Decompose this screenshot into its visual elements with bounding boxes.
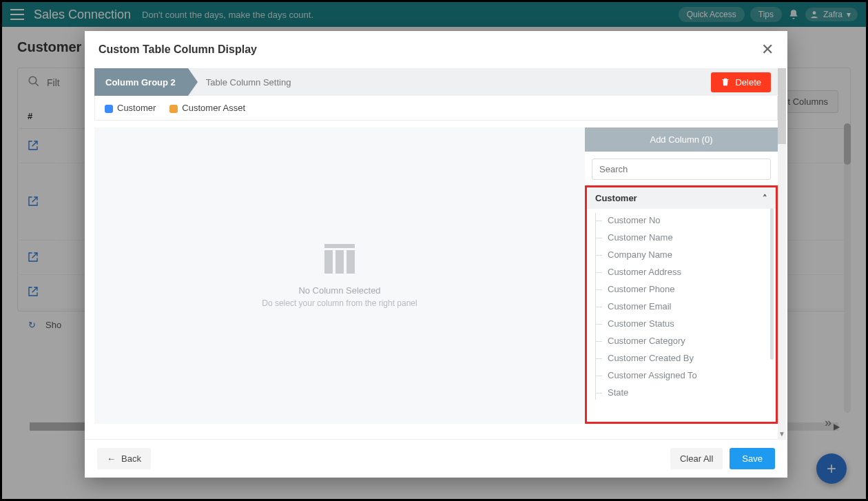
column-search-input[interactable] — [592, 159, 771, 180]
tree-item[interactable]: Company Name — [595, 246, 776, 263]
chip-bar: CustomerCustomer Asset — [94, 96, 778, 121]
chip-color — [105, 105, 113, 113]
column-modal: Custom Table Column Display ✕ Column Gro… — [85, 31, 787, 478]
close-icon[interactable]: ✕ — [761, 42, 774, 57]
crumb-column-group[interactable]: Column Group 2 — [94, 68, 188, 96]
chip-label: Customer Asset — [182, 103, 245, 113]
column-tree: 10 Customer ˄ Customer NoCustomer NameCo… — [585, 185, 778, 424]
delete-button[interactable]: Delete — [711, 72, 771, 92]
chip-label: Customer — [117, 103, 156, 113]
placeholder-title: No Column Selected — [298, 285, 380, 296]
tree-item[interactable]: Customer No — [595, 212, 776, 229]
tree-item[interactable]: Customer Assigned To — [595, 367, 776, 384]
modal-title: Custom Table Column Display — [99, 43, 257, 56]
chip: Customer — [105, 103, 156, 113]
selected-columns-pane: No Column Selected Do select your column… — [94, 127, 585, 424]
arrow-left-icon: ← — [107, 453, 116, 464]
placeholder-sub: Do select your column from the right pan… — [262, 298, 417, 308]
tree-item[interactable]: Customer Email — [595, 298, 776, 315]
chip-color — [169, 105, 178, 113]
tree-item[interactable]: State — [595, 384, 776, 401]
tree-scrollbar[interactable] — [770, 208, 774, 360]
available-columns-pane: Add Column (0) 10 Customer ˄ Customer No… — [585, 127, 778, 424]
tree-group-label: Customer — [595, 193, 637, 203]
annotation-badge: 10 — [585, 185, 587, 202]
trash-icon — [721, 77, 730, 87]
breadcrumb: Column Group 2 Table Column Setting Dele… — [94, 68, 778, 96]
back-label: Back — [121, 453, 141, 464]
modal-scrollbar[interactable]: ▼ — [778, 68, 786, 439]
tree-item[interactable]: Customer Created By — [595, 349, 776, 367]
chip: Customer Asset — [169, 103, 245, 113]
chevron-up-icon: ˄ — [763, 193, 767, 203]
tree-item[interactable]: Customer Name — [595, 229, 776, 246]
tree-item[interactable]: Customer Address — [595, 263, 776, 280]
clear-all-button[interactable]: Clear All — [670, 448, 723, 469]
tree-item[interactable]: Customer Category — [595, 332, 776, 349]
back-button[interactable]: ← Back — [97, 448, 151, 469]
tree-item[interactable]: Customer Status — [595, 315, 776, 332]
crumb-table-setting[interactable]: Table Column Setting — [206, 77, 291, 88]
delete-label: Delete — [735, 77, 761, 88]
add-column-header: Add Column (0) — [585, 127, 778, 152]
tree-group-customer[interactable]: Customer ˄ — [587, 187, 776, 209]
tree-item[interactable]: Customer Phone — [595, 280, 776, 298]
save-button[interactable]: Save — [730, 448, 775, 469]
